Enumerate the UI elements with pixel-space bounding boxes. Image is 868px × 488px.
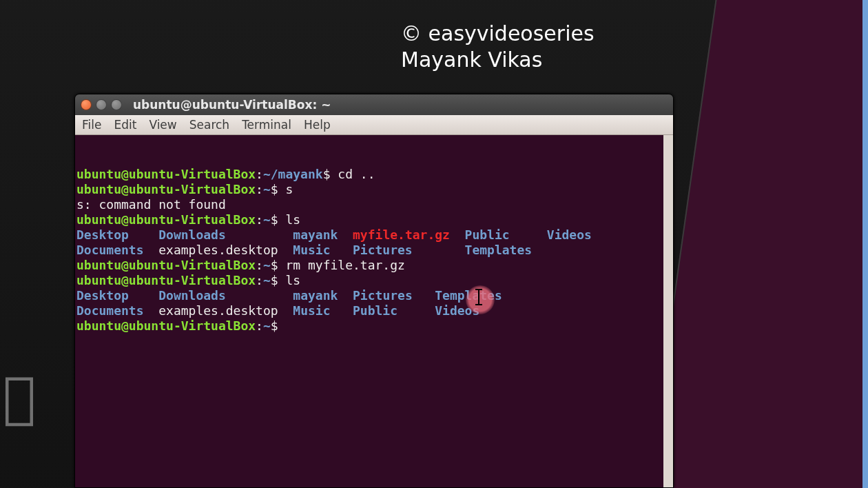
- window-minimize-button[interactable]: [96, 99, 107, 110]
- text-cursor-icon: [478, 289, 479, 305]
- window-maximize-button[interactable]: [111, 99, 122, 110]
- ls1-desktop: Desktop: [76, 227, 129, 242]
- menu-file[interactable]: File: [82, 118, 101, 132]
- window-title: ubuntu@ubuntu-VirtualBox: ~: [133, 98, 331, 112]
- menu-search[interactable]: Search: [189, 118, 229, 132]
- ls2-music: Music: [293, 303, 330, 318]
- menu-bar: File Edit View Search Terminal Help: [75, 115, 673, 135]
- terminal-body[interactable]: ubuntu@ubuntu-VirtualBox:~/mayank$ cd ..…: [75, 135, 673, 488]
- cmd-ls2: ls: [285, 273, 300, 287]
- ls1-public: Public: [465, 227, 510, 242]
- apple-logo-icon: : [3, 365, 36, 429]
- ls2-examples: examples.desktop: [158, 303, 278, 318]
- credit-line1: © easyvideoseries: [401, 21, 595, 47]
- err-s: s: command not found: [76, 197, 226, 212]
- terminal-output: ubuntu@ubuntu-VirtualBox:~/mayank$ cd ..…: [75, 165, 673, 334]
- ls1-downloads: Downloads: [158, 227, 226, 242]
- ls2-templates: Templates: [435, 288, 502, 303]
- credit-text: © easyvideoseries Mayank Vikas: [401, 21, 595, 72]
- menu-terminal[interactable]: Terminal: [242, 118, 291, 132]
- menu-edit[interactable]: Edit: [114, 118, 136, 132]
- ls2-downloads: Downloads: [158, 288, 226, 303]
- scrollbar[interactable]: [663, 135, 673, 488]
- terminal-window: ubuntu@ubuntu-VirtualBox: ~ File Edit Vi…: [74, 94, 674, 488]
- ls2-documents: Documents: [76, 303, 144, 318]
- ls2-mayank: mayank: [293, 288, 338, 303]
- cmd-ls1: ls: [285, 212, 300, 227]
- window-close-button[interactable]: [81, 99, 92, 110]
- ls1-videos: Videos: [547, 227, 592, 242]
- ls2-videos: Videos: [435, 303, 479, 318]
- ls2-desktop: Desktop: [76, 288, 129, 303]
- ls1-documents: Documents: [76, 243, 144, 257]
- cmd-s: s: [285, 182, 293, 196]
- ls2-public: Public: [353, 303, 397, 318]
- credit-line2: Mayank Vikas: [401, 47, 595, 73]
- ls1-templates: Templates: [465, 243, 533, 257]
- ls2-pictures: Pictures: [353, 288, 413, 303]
- ls1-music: Music: [293, 243, 330, 257]
- ls1-examples: examples.desktop: [158, 243, 278, 257]
- desktop-stage:  © easyvideoseries Mayank Vikas ubuntu@…: [0, 0, 868, 488]
- ls1-pictures: Pictures: [353, 243, 413, 257]
- cmd-cd: cd ..: [338, 167, 375, 181]
- cmd-rm: rm myfile.tar.gz: [285, 258, 404, 272]
- ls1-mayank: mayank: [293, 227, 338, 242]
- menu-help[interactable]: Help: [304, 118, 331, 132]
- ls1-myfile: myfile.tar.gz: [353, 227, 450, 242]
- right-edge-strip: [862, 0, 868, 488]
- window-titlebar[interactable]: ubuntu@ubuntu-VirtualBox: ~: [75, 94, 673, 115]
- menu-view[interactable]: View: [149, 118, 176, 132]
